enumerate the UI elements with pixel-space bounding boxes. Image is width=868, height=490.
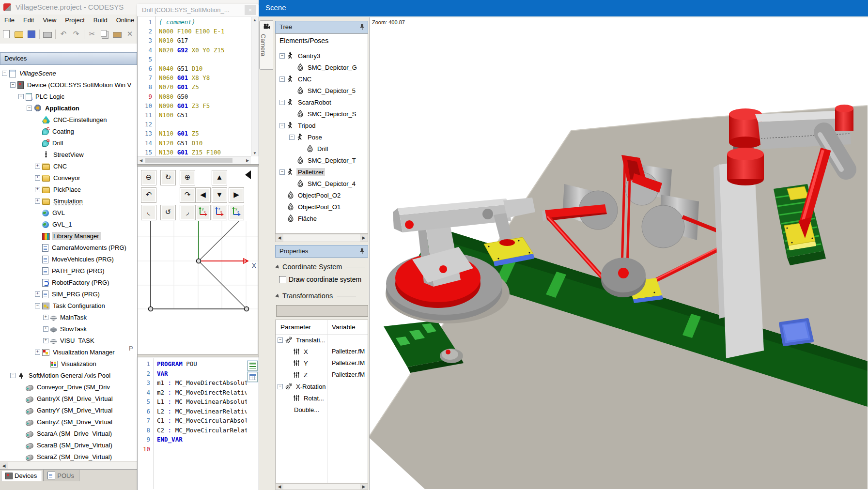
- tree-item-conveyor[interactable]: +Conveyor: [35, 172, 82, 183]
- column-parameter[interactable]: Parameter: [280, 323, 311, 331]
- collapse-icon[interactable]: −: [279, 100, 285, 105]
- scroll-left-icon[interactable]: ◀: [0, 462, 8, 470]
- transformations-input[interactable]: [276, 305, 368, 317]
- tree-item-sim-prg-prg[interactable]: +SIM_PRG (PRG): [35, 289, 101, 299]
- menu-build[interactable]: Build: [89, 15, 112, 26]
- rotate-view-button[interactable]: ↻: [160, 170, 176, 185]
- expand-icon[interactable]: +: [43, 315, 48, 320]
- tree-item-application[interactable]: −Application: [27, 103, 81, 113]
- menu-file[interactable]: File: [0, 15, 19, 26]
- collapse-icon[interactable]: −: [35, 303, 40, 308]
- tree-item-maintask[interactable]: +MainTask: [43, 312, 88, 322]
- devices-horizontal-scrollbar[interactable]: ◀: [0, 461, 137, 470]
- tree-item-visu-task[interactable]: +VISU_TASK: [43, 335, 96, 346]
- parameter-row-x-rotation[interactable]: −X-Rotation: [278, 381, 327, 392]
- collapse-icon[interactable]: −: [279, 53, 285, 59]
- open-project-button[interactable]: [13, 28, 25, 40]
- move-right-button[interactable]: ▶: [229, 187, 244, 203]
- move-up-button[interactable]: ▲: [212, 170, 227, 185]
- tree-item-villagescene[interactable]: −VillageScene: [2, 68, 58, 78]
- tree-item-cnc[interactable]: −CNC: [279, 74, 313, 84]
- scroll-left-icon[interactable]: ◀: [276, 234, 283, 242]
- tree-item-coating[interactable]: Coating: [35, 126, 76, 137]
- collapse-icon[interactable]: −: [18, 94, 24, 99]
- gcode-hscrollbar[interactable]: ◀ ▶: [138, 156, 251, 164]
- expand-icon[interactable]: +: [35, 291, 40, 297]
- close-icon[interactable]: ×: [245, 5, 256, 15]
- collapse-icon[interactable]: −: [10, 82, 16, 88]
- collapse-panel-icon[interactable]: [245, 170, 251, 179]
- tree-horizontal-scrollbar[interactable]: ◀ ▶: [275, 234, 368, 242]
- print-button[interactable]: [42, 28, 53, 40]
- coordinate-system-section[interactable]: Coordinate System: [276, 263, 365, 271]
- zoom-out-button[interactable]: ⊖: [141, 170, 156, 185]
- draw-coordinate-system-checkbox[interactable]: [279, 276, 286, 283]
- parameter-variable[interactable]: Palletizer.fM: [332, 348, 368, 355]
- tree-item-conveyor-drive-sm-driv[interactable]: Conveyor_Drive (SM_Driv: [18, 382, 111, 392]
- tree-item-device-codesys-softmotion-win-v[interactable]: −Device (CODESYS SoftMotion Win V: [10, 79, 133, 90]
- tree-item-objectpool-o2[interactable]: ObjectPool_O2: [279, 190, 342, 200]
- tree-item-cameramovements-prg[interactable]: CameraMovements (PRG): [35, 242, 128, 253]
- tree-item-movevehicules-prg[interactable]: MoveVehicules (PRG): [35, 254, 115, 264]
- tree-item-task-configuration[interactable]: −Task Configuration: [35, 300, 107, 311]
- arc-right-button[interactable]: ◞: [180, 205, 195, 220]
- tree-item-gantryz-sm-drive-virtual[interactable]: GantryZ (SM_Drive_Virtual: [18, 416, 114, 427]
- parameter-row-x[interactable]: X: [286, 346, 310, 357]
- tree-item-cnc-einstellungen[interactable]: CNC-Einstellungen: [35, 114, 108, 125]
- tab-pous[interactable]: POUs: [43, 470, 79, 482]
- menu-project[interactable]: Project: [61, 15, 89, 26]
- tree-item-scararobot[interactable]: −ScaraRobot: [279, 97, 333, 107]
- paste-button[interactable]: [111, 28, 123, 40]
- properties-panel-header[interactable]: Properties: [275, 245, 368, 258]
- tree-item-visualization[interactable]: Visualization: [43, 358, 98, 369]
- rotate-right-button[interactable]: ↷: [180, 187, 195, 203]
- expand-icon[interactable]: +: [43, 326, 48, 332]
- parameter-row-rotat[interactable]: Rotat...: [286, 393, 326, 403]
- move-down-button[interactable]: ▼: [212, 187, 227, 203]
- undo-button[interactable]: ↶: [58, 28, 69, 40]
- collapse-icon[interactable]: −: [279, 123, 285, 128]
- expand-icon[interactable]: +: [35, 350, 40, 355]
- gcode-window-title[interactable]: Drill [CODESYS_SoftMotion_...: [137, 4, 258, 16]
- tree-item-pose[interactable]: −Pose: [289, 132, 324, 142]
- tree-item-drill[interactable]: Drill: [299, 143, 329, 154]
- collapse-icon[interactable]: −: [279, 169, 285, 175]
- copy-button[interactable]: [99, 28, 110, 40]
- tree-item-softmotion-general-axis-pool[interactable]: −SoftMotion General Axis Pool: [10, 370, 112, 381]
- tree-item-gvl[interactable]: GVL: [35, 207, 66, 218]
- tree-item-robotfactory-prg[interactable]: RobotFactory (PRG): [35, 277, 110, 288]
- tree-item-smc-depictor-4[interactable]: SMC_Depictor_4: [289, 178, 357, 189]
- tree-item-drill[interactable]: Drill: [35, 138, 64, 148]
- rotate-down-button[interactable]: ↺: [160, 205, 176, 220]
- tree-item-scaraz-sm-drive-virtual[interactable]: ScaraZ (SM_Drive_Virtual): [18, 451, 113, 461]
- column-variable[interactable]: Variable: [332, 323, 356, 331]
- tree-item-fl-che[interactable]: Fläche: [279, 213, 318, 224]
- collapse-icon[interactable]: −: [278, 384, 283, 389]
- declaration-view-button[interactable]: [248, 361, 258, 371]
- arc-left-button[interactable]: ◟: [141, 205, 156, 220]
- scroll-up-icon[interactable]: ▲: [251, 18, 258, 22]
- tree-item-smc-depictor-s[interactable]: SMC_Depictor_S: [289, 108, 357, 119]
- move-left-button[interactable]: ◀: [195, 187, 211, 203]
- tree-item-gantry3[interactable]: −Gantry3: [279, 50, 322, 61]
- view-xz-button[interactable]: zx: [212, 205, 227, 220]
- tree-panel-header[interactable]: Tree: [275, 21, 368, 33]
- save-button[interactable]: [26, 28, 37, 40]
- tree-item-objectpool-o1[interactable]: ObjectPool_O1: [279, 201, 342, 212]
- pou-editor[interactable]: 1PROGRAM POU2VAR3m1 : MC_MoveDirectAbsol…: [138, 358, 247, 489]
- tree-item-scarab-sm-drive-virtual[interactable]: ScaraB (SM_Drive_Virtual): [18, 440, 114, 450]
- tree-item-slowtask[interactable]: +SlowTask: [43, 323, 88, 334]
- tree-item-gantryy-sm-drive-virtual[interactable]: GantryY (SM_Drive_Virtual: [18, 405, 114, 415]
- collapse-icon[interactable]: −: [2, 71, 7, 76]
- 3d-viewport[interactable]: [369, 17, 868, 490]
- scroll-left-icon[interactable]: ◀: [276, 484, 283, 490]
- tree-item-streetview[interactable]: StreetView: [35, 149, 85, 160]
- tree-item-smc-depictor-5[interactable]: SMC_Depictor_5: [289, 85, 357, 96]
- scroll-thumb[interactable]: [145, 158, 232, 163]
- tree-item-path-prg-prg[interactable]: PATH_PRG (PRG): [35, 265, 106, 276]
- collapse-icon[interactable]: −: [10, 373, 16, 378]
- tree-item-pickplace[interactable]: +PickPlace: [35, 184, 82, 195]
- tree-item-visualization-manager[interactable]: +Visualization Manager: [35, 347, 116, 357]
- tree-item-tripod[interactable]: −Tripod: [279, 120, 317, 131]
- tree-item-simulation[interactable]: +Simulation: [35, 196, 84, 206]
